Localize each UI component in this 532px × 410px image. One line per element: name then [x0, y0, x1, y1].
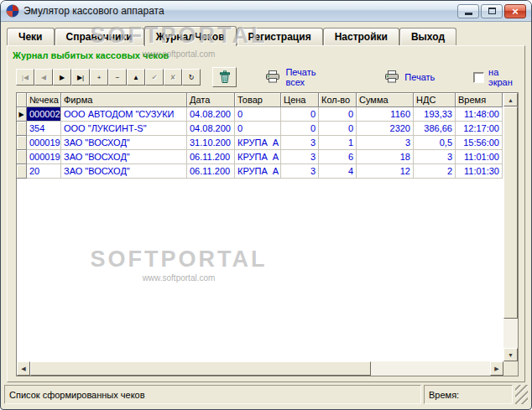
vertical-scrollbar[interactable]: ▲ ▼ [503, 93, 518, 361]
cell[interactable]: 04.08.200 [187, 122, 235, 136]
cell[interactable]: 11:01:30 [456, 164, 503, 179]
cell[interactable]: 000002 [27, 107, 61, 122]
cell[interactable]: ООО "ЛУКСИНТ-S" [61, 122, 187, 136]
close-button[interactable]: × [504, 4, 526, 18]
tab-zhurnal-chekov[interactable]: ЖурналЧеков [144, 26, 237, 46]
cell[interactable]: 31.10.200 [187, 136, 235, 150]
cell[interactable]: 3 [281, 136, 319, 150]
close-icon: × [512, 6, 519, 17]
checkbox-box[interactable] [473, 72, 484, 83]
tab-spravochniki[interactable]: Справочники [55, 28, 144, 45]
print-all-label: Печать всех [285, 67, 336, 87]
cell[interactable]: КРУПА А [235, 136, 281, 150]
table-row: 354ООО "ЛУКСИНТ-S"04.08.2000002320386,66… [17, 122, 503, 136]
nav-insert-button[interactable]: + [90, 69, 108, 86]
cell[interactable]: ЗАО "ВОСХОД" [61, 136, 187, 150]
cell[interactable]: 3 [357, 136, 414, 150]
cell[interactable]: ЗАО "ВОСХОД" [61, 150, 187, 164]
tab-vyhod[interactable]: Выход [399, 28, 456, 45]
cell[interactable]: 11:48:00 [456, 107, 503, 122]
cell[interactable]: 3 [281, 164, 319, 179]
cell[interactable]: 193,33 [414, 107, 456, 122]
cell[interactable]: 0 [281, 122, 319, 136]
resize-grip[interactable] [515, 385, 528, 404]
column-header-0: №чека [27, 93, 61, 107]
cell[interactable]: 12 [357, 164, 414, 179]
tab-page-journal: Журнал выбитых кассовых чеков |◀◀▶▶|+−▲✔… [7, 45, 525, 382]
minimize-button[interactable] [457, 4, 479, 18]
print-all-button[interactable]: Печать всех [265, 67, 336, 87]
nav-delete-button[interactable]: − [108, 69, 127, 86]
print-button[interactable]: Печать [384, 70, 435, 85]
cell[interactable]: 1160 [357, 107, 414, 122]
time-label: Время: [429, 390, 459, 400]
cell[interactable]: 000019 [27, 136, 61, 150]
cell[interactable]: 386,66 [414, 122, 456, 136]
cell[interactable]: 3 [414, 150, 456, 164]
grid-header-row: №чекаФирмаДатаТоварЦенаКол-воСуммаНДСВре… [17, 93, 503, 107]
toolbar: |◀◀▶▶|+−▲✔✘↻ Пе [16, 66, 524, 88]
cell[interactable]: 0 [235, 107, 281, 122]
tab-bar: ЧекиСправочникиЖурналЧековРегистрацияНас… [1, 22, 531, 45]
column-header-7: НДС [414, 93, 456, 107]
scroll-right-button[interactable]: ▶ [490, 361, 503, 376]
cell[interactable]: 20 [27, 164, 61, 179]
cell[interactable]: 12:17:00 [456, 122, 503, 136]
printer-icon [265, 70, 280, 85]
maximize-button[interactable] [481, 4, 503, 18]
nav-last-button[interactable]: ▶| [71, 69, 90, 86]
cell[interactable]: ООО АВТОДОМ "СУЗУКИ [61, 107, 187, 122]
table-row: 000019ЗАО "ВОСХОД"31.10.200КРУПА А3130,5… [17, 136, 503, 150]
cell[interactable]: 11:01:00 [456, 150, 503, 164]
cell[interactable]: 18 [357, 150, 414, 164]
cell[interactable]: 3 [281, 150, 319, 164]
cell[interactable]: 04.08.200 [187, 107, 235, 122]
tab-nastrojki[interactable]: Настройки [323, 28, 399, 45]
cell[interactable]: КРУПА А [235, 164, 281, 179]
vscroll-track[interactable] [503, 106, 518, 348]
cell[interactable]: 1 [319, 136, 357, 150]
vscroll-thumb[interactable] [503, 106, 518, 319]
nav-refresh-button[interactable]: ↻ [182, 69, 201, 86]
row-indicator [17, 164, 27, 179]
cell[interactable]: 0 [281, 107, 319, 122]
status-panel-time: Время: [424, 385, 513, 404]
cell[interactable]: 2 [414, 164, 456, 179]
db-navigator: |◀◀▶▶|+−▲✔✘↻ [16, 69, 201, 86]
cell[interactable]: 0,5 [414, 136, 456, 150]
printer-icon [384, 70, 399, 85]
cell[interactable]: 06.11.200 [187, 150, 235, 164]
tab-registracija[interactable]: Регистрация [237, 28, 323, 45]
tab-cheki[interactable]: Чеки [7, 28, 55, 45]
cell[interactable]: 4 [319, 164, 357, 179]
hscroll-track[interactable] [30, 361, 490, 376]
cell[interactable]: 354 [27, 122, 61, 136]
cell[interactable]: 6 [319, 150, 357, 164]
delete-check-button[interactable] [212, 67, 237, 87]
cell[interactable]: 0 [319, 122, 357, 136]
grid-viewport: №чекаФирмаДатаТоварЦенаКол-воСуммаНДСВре… [17, 93, 503, 361]
table-row: 000019ЗАО "ВОСХОД"06.11.200КРУПА А361831… [17, 150, 503, 164]
cell[interactable]: 0 [235, 122, 281, 136]
horizontal-scrollbar[interactable]: ◀ ▶ [17, 361, 503, 376]
cell[interactable]: 0 [319, 107, 357, 122]
cell[interactable]: 06.11.200 [187, 164, 235, 179]
titlebar[interactable]: Эмулятор кассового аппарата × [1, 1, 531, 22]
scroll-up-button[interactable]: ▲ [503, 93, 518, 106]
scroll-down-button[interactable]: ▼ [503, 348, 518, 361]
cell[interactable]: 000019 [27, 150, 61, 164]
to-screen-label: на экран [488, 67, 524, 87]
nav-post-button: ✔ [145, 69, 164, 86]
trash-icon [218, 70, 232, 84]
cell[interactable]: КРУПА А [235, 150, 281, 164]
cell[interactable]: ЗАО "ВОСХОД" [61, 164, 187, 179]
cell[interactable]: 15:56:00 [456, 136, 503, 150]
row-indicator [17, 150, 27, 164]
scroll-left-button[interactable]: ◀ [17, 361, 30, 376]
nav-edit-button[interactable]: ▲ [127, 69, 145, 86]
to-screen-checkbox[interactable]: на экран [473, 67, 524, 87]
grid-body: ▶000002ООО АВТОДОМ "СУЗУКИ04.08.20000011… [17, 107, 503, 179]
hscroll-thumb[interactable] [30, 361, 371, 376]
cell[interactable]: 2320 [357, 122, 414, 136]
nav-next-button[interactable]: ▶ [53, 69, 71, 86]
